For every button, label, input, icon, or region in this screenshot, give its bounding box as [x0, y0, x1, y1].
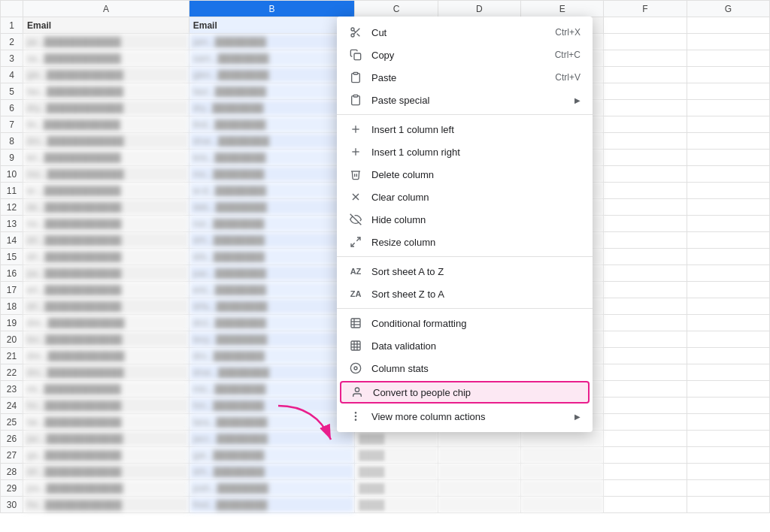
cell-b[interactable]: laur...████████ [189, 83, 355, 100]
cell-g[interactable] [687, 282, 769, 298]
menu-item-data-validation[interactable]: Data validation [337, 334, 593, 357]
cell-f[interactable] [604, 464, 687, 480]
cell-a[interactable]: Email [23, 17, 189, 34]
cell-f[interactable] [604, 331, 687, 348]
cell-f[interactable] [604, 199, 687, 216]
cell-g[interactable] [687, 150, 769, 166]
menu-item-sort-za[interactable]: ZASort sheet Z to A [337, 283, 593, 305]
cell-e[interactable] [520, 431, 603, 447]
cell-g[interactable] [687, 232, 769, 249]
cell-b[interactable]: josh...████████ [189, 480, 355, 497]
cell-f[interactable] [604, 315, 687, 331]
cell-a[interactable]: kri...████████████ [23, 150, 189, 166]
cell-b[interactable]: hm...████████ [189, 397, 355, 414]
menu-item-cut[interactable]: CutCtrl+X [337, 21, 593, 44]
cell-e[interactable] [520, 480, 603, 497]
cell-a[interactable]: lev...████████████ [23, 331, 189, 348]
cell-g[interactable] [687, 166, 769, 183]
cell-a[interactable]: eri...████████████ [23, 282, 189, 298]
cell-d[interactable] [438, 480, 520, 497]
cell-g[interactable] [687, 34, 769, 50]
cell-f[interactable] [604, 183, 687, 199]
cell-f[interactable] [604, 67, 687, 83]
cell-a[interactable]: jos...████████████ [23, 480, 189, 497]
cell-b[interactable]: Email [189, 17, 355, 34]
cell-g[interactable] [687, 116, 769, 133]
cell-f[interactable] [604, 414, 687, 431]
cell-g[interactable] [687, 17, 769, 34]
cell-b[interactable]: drcl...████████ [189, 315, 355, 331]
cell-g[interactable] [687, 199, 769, 216]
menu-item-clear-col[interactable]: Clear column [337, 186, 593, 208]
cell-b[interactable]: nor...████████ [189, 216, 355, 232]
cell-a[interactable]: w-...████████████ [23, 183, 189, 199]
menu-item-insert-right[interactable]: Insert 1 column right [337, 141, 593, 163]
cell-a[interactable]: de...████████████ [23, 199, 189, 216]
cell-g[interactable] [687, 183, 769, 199]
cell-e[interactable] [520, 447, 603, 464]
cell-b[interactable]: eric...████████ [189, 282, 355, 298]
cell-f[interactable] [604, 282, 687, 298]
cell-d[interactable] [438, 464, 520, 480]
cell-g[interactable] [687, 397, 769, 414]
cell-f[interactable] [604, 216, 687, 232]
cell-g[interactable] [687, 381, 769, 397]
cell-g[interactable] [687, 315, 769, 331]
menu-item-resize-col[interactable]: Resize column [337, 231, 593, 253]
cell-b[interactable]: drh...████████ [189, 232, 355, 249]
cell-g[interactable] [687, 67, 769, 83]
cell-f[interactable] [604, 116, 687, 133]
cell-a[interactable]: lin...████████████ [23, 116, 189, 133]
menu-item-insert-left[interactable]: Insert 1 column left [337, 118, 593, 141]
cell-f[interactable] [604, 232, 687, 249]
cell-b[interactable]: w-d...████████ [189, 183, 355, 199]
cell-a[interactable]: mo...████████████ [23, 166, 189, 183]
cell-g[interactable] [687, 480, 769, 497]
cell-b[interactable]: glen...████████ [189, 67, 355, 83]
cell-c[interactable]: ████ [355, 447, 438, 464]
cell-b[interactable]: kris...████████ [189, 150, 355, 166]
cell-a[interactable]: drs...████████████ [23, 364, 189, 381]
cell-a[interactable]: no...████████████ [23, 216, 189, 232]
cell-b[interactable]: dry...████████ [189, 100, 355, 116]
cell-a[interactable]: tar...████████████ [23, 414, 189, 431]
cell-b[interactable]: tara...████████ [189, 414, 355, 431]
col-c-header[interactable]: C [355, 1, 438, 17]
cell-c[interactable]: ████ [355, 464, 438, 480]
menu-item-paste[interactable]: PasteCtrl+V [337, 66, 593, 89]
cell-b[interactable]: mo...████████ [189, 166, 355, 183]
cell-b[interactable]: deb...████████ [189, 199, 355, 216]
cell-f[interactable] [604, 348, 687, 364]
cell-a[interactable]: drl...████████████ [23, 232, 189, 249]
cell-a[interactable]: mi...████████████ [23, 381, 189, 397]
cell-f[interactable] [604, 50, 687, 67]
cell-f[interactable] [604, 431, 687, 447]
cell-c[interactable]: ████ [355, 431, 438, 447]
cell-f[interactable] [604, 83, 687, 100]
cell-b[interactable]: gar...████████ [189, 447, 355, 464]
col-g-header[interactable]: G [687, 1, 769, 17]
cell-a[interactable]: lau...████████████ [23, 83, 189, 100]
cell-b[interactable]: drfa...████████ [189, 298, 355, 315]
cell-b[interactable]: drse...████████ [189, 364, 355, 381]
cell-a[interactable]: dre...████████████ [23, 348, 189, 364]
cell-a[interactable]: gle...████████████ [23, 67, 189, 83]
cell-g[interactable] [687, 50, 769, 67]
cell-e[interactable] [520, 497, 603, 513]
menu-item-copy[interactable]: CopyCtrl+C [337, 44, 593, 66]
cell-f[interactable] [604, 150, 687, 166]
cell-a[interactable]: jar...████████████ [23, 34, 189, 50]
cell-a[interactable]: sa...████████████ [23, 50, 189, 67]
cell-g[interactable] [687, 414, 769, 431]
cell-a[interactable]: ga...████████████ [23, 447, 189, 464]
cell-g[interactable] [687, 83, 769, 100]
cell-f[interactable] [604, 447, 687, 464]
cell-a[interactable]: dre...████████████ [23, 315, 189, 331]
cell-d[interactable] [438, 497, 520, 513]
cell-g[interactable] [687, 133, 769, 150]
menu-item-convert-chip[interactable]: Convert to people chip [340, 381, 590, 404]
cell-b[interactable]: levy...████████ [189, 331, 355, 348]
cell-b[interactable]: sam...████████ [189, 50, 355, 67]
cell-f[interactable] [604, 497, 687, 513]
cell-g[interactable] [687, 100, 769, 116]
